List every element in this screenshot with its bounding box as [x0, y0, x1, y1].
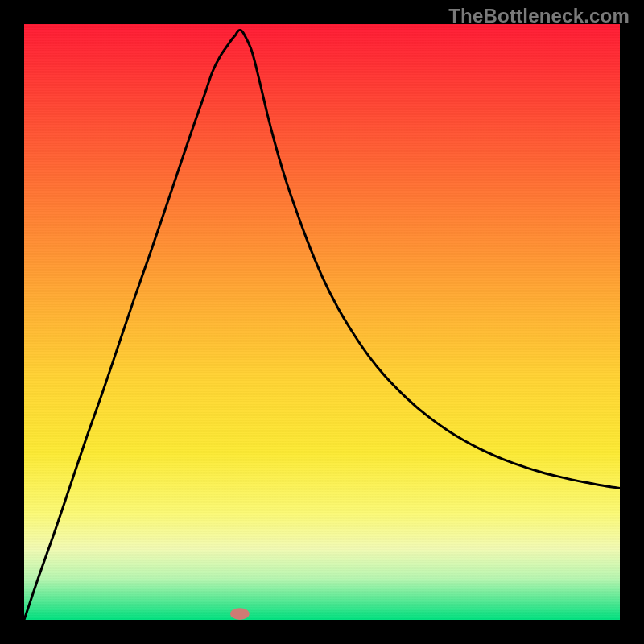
chart-frame: TheBottleneck.com [0, 0, 644, 644]
minimum-marker-icon [230, 608, 250, 620]
bottleneck-curve [24, 30, 620, 620]
watermark-label: TheBottleneck.com [448, 5, 630, 27]
curve-svg [24, 24, 620, 620]
plot-area [24, 24, 620, 620]
